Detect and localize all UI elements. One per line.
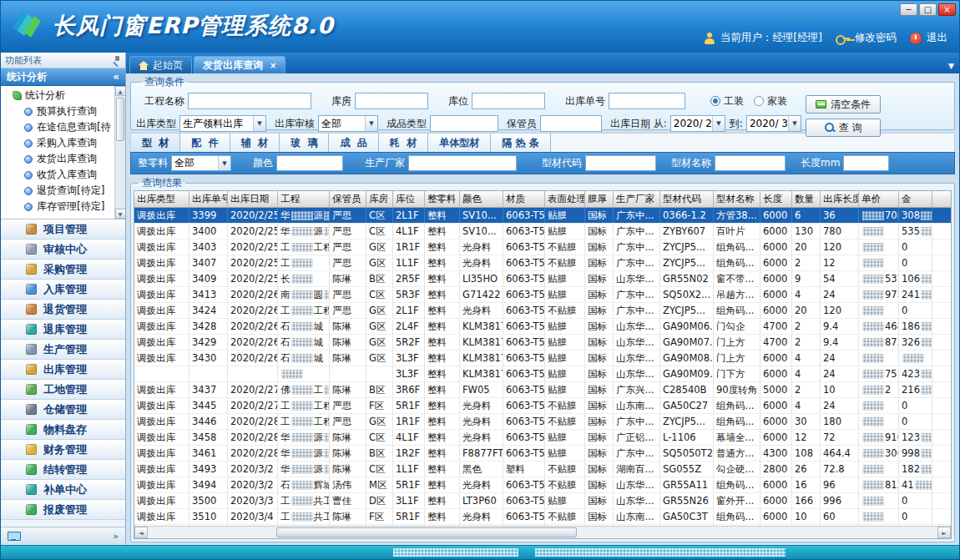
table-row[interactable]: 调拨出库34002020/2/25华源严思C区4L1F整料SV10...6063…	[134, 224, 951, 240]
zhengling-select[interactable]: 全部 ▼	[171, 155, 231, 171]
color-input[interactable]	[276, 155, 343, 171]
table-row[interactable]: 调拨出库35002020/3/3工共工程曹佳D区3L1F整料LT3P606063…	[134, 493, 951, 509]
column-header[interactable]: 材质	[503, 191, 545, 207]
column-header[interactable]: 出库单号	[189, 191, 228, 207]
sidebar-module[interactable]: 退库管理	[1, 320, 125, 340]
table-row[interactable]: 调拨出库34302020/2/26石城陈琳G区3L3F整料KLM38176063…	[134, 351, 951, 366]
material-tab[interactable]: 辅 材	[230, 134, 280, 152]
scroll-down-icon[interactable]: ▼	[115, 209, 126, 219]
column-header[interactable]: 膜厚	[585, 191, 614, 207]
table-row[interactable]: 调拨出库34072020/2/25工严思G区1L1F整料光身料6063-T5不贴…	[134, 255, 951, 271]
tree-scrollbar-thumb[interactable]	[116, 98, 124, 141]
tree-root[interactable]: 统计分析	[6, 88, 114, 103]
sidebar-module[interactable]: 退货管理	[1, 300, 125, 320]
table-row[interactable]: 3L3F整料KLM38176063-T5贴膜国标山东华...GA90M09...…	[134, 366, 951, 382]
tree-item[interactable]: 收货入库查询	[6, 167, 114, 183]
sidebar-module[interactable]: 生产管理	[1, 340, 125, 360]
column-header[interactable]: 出库日期	[228, 191, 278, 207]
column-header[interactable]: 型材代码	[660, 191, 714, 207]
pin-icon[interactable]	[113, 56, 121, 65]
product-type-input[interactable]	[430, 115, 498, 132]
table-row[interactable]: 调拨出库34942020/3/2石辉城汤伟M区5R1F整料光身料6063-T5不…	[134, 477, 951, 493]
sidebar-module[interactable]: 仓储管理	[1, 400, 125, 420]
material-tab[interactable]: 配 件	[180, 134, 230, 152]
column-header[interactable]: 长度	[760, 191, 792, 207]
tree-scrollbar[interactable]: ▲ ▼	[114, 86, 125, 219]
column-header[interactable]: 库位	[393, 191, 425, 207]
table-row[interactable]: 调拨出库33992020/2/25华源严思C区2L1F整料SV10...6063…	[134, 208, 951, 224]
sidebar-module[interactable]: 结转管理	[1, 460, 125, 480]
minimize-button[interactable]: ─	[900, 3, 917, 16]
date-to-picker[interactable]: 2020/ 3/16 ▼	[746, 115, 801, 132]
radio-jiazhuang[interactable]: 家装	[754, 94, 787, 108]
tab-shipment-outbound-query[interactable]: 发货出库查询 ×	[194, 56, 285, 73]
out-type-select[interactable]: 生产领料出库 ▼	[179, 115, 266, 132]
scroll-right-icon[interactable]: ►	[937, 527, 951, 538]
column-header[interactable]: 整零料	[425, 191, 460, 207]
order-no-input[interactable]	[609, 93, 685, 109]
sidebar-module[interactable]: 财务管理	[1, 440, 125, 460]
tab-close-icon[interactable]: ×	[270, 61, 276, 70]
column-header[interactable]: 表面处理	[545, 191, 585, 207]
scroll-up-icon[interactable]: ▲	[115, 86, 126, 96]
warehouse-input[interactable]	[355, 93, 428, 109]
clear-conditions-button[interactable]: 清空条件	[806, 95, 881, 114]
table-row[interactable]: 调拨出库35102020/3/4工共工程陈琳F区5R1F整料光身料6063-T5…	[134, 509, 951, 525]
tree-item[interactable]: 预算执行查询	[6, 103, 114, 119]
tree-item[interactable]: 采购入库查询	[6, 135, 114, 151]
sidebar-module[interactable]: 出库管理	[1, 360, 125, 380]
sidebar-module[interactable]: 审核中心	[1, 240, 125, 260]
hscrollbar-thumb[interactable]	[276, 527, 577, 537]
maximize-button[interactable]: □	[919, 3, 937, 16]
material-tab[interactable]: 耗 材	[379, 134, 428, 152]
monitor-icon[interactable]	[8, 532, 19, 541]
tree-item[interactable]: 退货查询[待定]	[6, 183, 114, 199]
column-header[interactable]: 金	[899, 191, 932, 207]
table-row[interactable]: 调拨出库34032020/2/25工工程严思G区1R1F整料光身料6063-T5…	[134, 240, 951, 255]
tree-item[interactable]: 库存管理[待定]	[6, 199, 114, 214]
profile-code-input[interactable]	[585, 155, 656, 171]
sidebar-module[interactable]: 入库管理	[1, 280, 125, 300]
tree-item[interactable]: 在途信息查询[待	[6, 119, 114, 135]
horizontal-scrollbar[interactable]: ◄ ►	[134, 526, 951, 538]
column-header[interactable]: 保管员	[330, 191, 366, 207]
table-row[interactable]: 调拨出库34612020/2/28华源陈琳B区1R2F整料F8877FT6063…	[134, 446, 951, 462]
column-header[interactable]: 工程	[278, 191, 330, 207]
material-tab[interactable]: 玻 璃	[280, 134, 329, 152]
table-row[interactable]: 调拨出库34242020/2/26工工程严思G区2L1F整料光身料6063-T5…	[134, 303, 951, 319]
project-name-input[interactable]	[188, 93, 311, 109]
column-header[interactable]: 生产厂家	[614, 191, 660, 207]
search-button[interactable]: 查 询	[806, 119, 881, 137]
sidebar-module[interactable]: 报废管理	[1, 500, 125, 520]
keeper-input[interactable]	[540, 115, 602, 132]
tree-item[interactable]: 发货出库查询	[6, 151, 114, 167]
column-header[interactable]: 出库类型	[134, 191, 189, 207]
profile-name-input[interactable]	[715, 155, 786, 171]
tab-home[interactable]: 起始页	[129, 56, 192, 73]
column-header[interactable]: 型材名称	[714, 191, 760, 207]
table-row[interactable]: 调拨出库34452020/2/27工工程严思F区5R1F整料光身料6063-T5…	[134, 398, 951, 414]
logout-link[interactable]: 退出	[927, 31, 947, 45]
column-header[interactable]: 数量	[792, 191, 821, 207]
table-row[interactable]: 调拨出库34372020/2/27佛工陈琳B区3R6F整料FW056063-T5…	[134, 382, 951, 398]
material-tab[interactable]: 型 材	[131, 134, 180, 152]
table-row[interactable]: 调拨出库34582020/2/28华源陈琳C区4L1F整料光身料6063-T5贴…	[134, 430, 951, 446]
change-password-link[interactable]: 修改密码	[855, 31, 897, 45]
table-row[interactable]: 调拨出库34282020/2/26石城陈琳G区2L4F整料KLM38176063…	[134, 319, 951, 335]
tab-overflow-caret-icon[interactable]: ▼	[948, 62, 954, 70]
material-tab[interactable]: 隔 热 条	[491, 134, 550, 152]
material-tab[interactable]: 单体型材	[428, 134, 491, 152]
collapse-icon[interactable]: «	[113, 71, 119, 83]
manufacturer-input[interactable]	[408, 155, 517, 171]
material-tab[interactable]: 成 品	[329, 134, 378, 152]
sidebar-module[interactable]: 补单中心	[1, 480, 125, 500]
scroll-left-icon[interactable]: ◄	[134, 527, 148, 538]
table-row[interactable]: 调拨出库34292020/2/26石城陈琳G区5R2F整料KLM38176063…	[134, 335, 951, 351]
more-chevrons-icon[interactable]: »	[113, 531, 119, 542]
location-input[interactable]	[472, 93, 545, 109]
date-from-picker[interactable]: 2020/ 2/16 ▼	[670, 115, 725, 132]
column-header[interactable]: 出库长度	[821, 191, 859, 207]
column-header[interactable]: 单价	[859, 191, 899, 207]
audit-select[interactable]: 全部 ▼	[318, 115, 378, 132]
sidebar-module[interactable]: 工地管理	[1, 380, 125, 400]
